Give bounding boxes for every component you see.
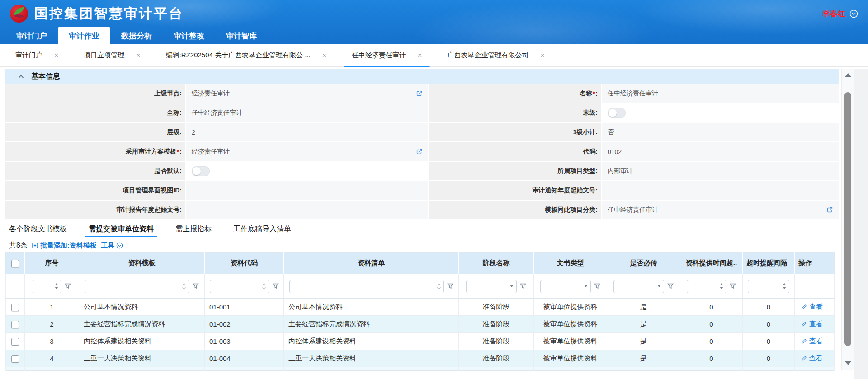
nav-item-audit-portal[interactable]: 审计门户	[5, 27, 58, 44]
partial-next-row	[6, 367, 835, 371]
col-header-seq: 序号	[25, 253, 79, 274]
field-code[interactable]: 0102	[602, 142, 839, 161]
code-filter-combobox[interactable]	[210, 280, 269, 293]
user-chevron-down-icon[interactable]	[849, 9, 858, 18]
cell-phase: 准备阶段	[459, 316, 534, 333]
overdue-filter-input[interactable]	[687, 280, 726, 293]
field-notice-doc-no[interactable]	[602, 181, 839, 200]
field-parent-node[interactable]: 经济责任审计	[186, 84, 428, 103]
scroll-up-arrow-icon[interactable]	[844, 73, 852, 77]
doc-tab-guangxi-company[interactable]: 广西农垦企业管理有限公司×	[434, 44, 557, 66]
filter-funnel-icon[interactable]	[594, 283, 600, 289]
close-icon[interactable]: ×	[54, 52, 58, 59]
field-name[interactable]: 任中经济责任审计	[602, 84, 839, 103]
col-header-code: 资料代码	[205, 253, 284, 274]
field-level1-subtotal[interactable]: 否	[602, 123, 839, 141]
row-checkbox[interactable]	[11, 338, 19, 346]
cell-code: 01-002	[205, 316, 284, 333]
nav-item-audit-work[interactable]: 审计作业	[58, 27, 110, 44]
cell-remind: 0	[743, 333, 795, 350]
cell-required: 是	[607, 333, 680, 350]
cell-overdue: 0	[680, 316, 743, 333]
template-filter-combobox[interactable]	[85, 280, 189, 293]
cell-phase: 准备阶段	[459, 333, 534, 350]
record-count: 共8条	[9, 241, 28, 250]
user-menu[interactable]: 李春红	[822, 9, 858, 19]
doc-tab-project-approval[interactable]: 项目立项管理×	[71, 44, 153, 66]
cell-required: 是	[607, 350, 680, 367]
field-project-type[interactable]: 内部审计	[602, 162, 839, 180]
doc-type-filter-select[interactable]	[540, 280, 591, 293]
edit-pencil-icon	[801, 304, 807, 310]
table-row: 2 主要经营指标完成情况资料 01-002 主要经营指标完成情况资料 准备阶段 …	[6, 316, 835, 333]
scrollbar-thumb[interactable]	[844, 92, 851, 346]
cell-required: 是	[607, 299, 680, 316]
filter-funnel-icon[interactable]	[193, 283, 199, 289]
view-link[interactable]: 查看	[809, 354, 823, 363]
field-pm-view-id[interactable]	[186, 181, 428, 200]
subtab-stage-doc-templates[interactable]: 各个阶段文书模板	[9, 219, 67, 239]
seq-filter-input[interactable]	[33, 280, 61, 293]
filter-funnel-icon[interactable]	[447, 283, 453, 289]
edit-pencil-icon	[801, 338, 807, 344]
is-default-toggle[interactable]	[192, 166, 210, 176]
app-window: 国控集团智慧审计平台 李春红 审计门户 审计作业 数据分析 审计整改 审计智库 …	[0, 0, 868, 379]
nav-item-audit-knowledge[interactable]: 审计智库	[215, 27, 268, 44]
list-filter-combobox[interactable]	[289, 280, 444, 293]
row-checkbox[interactable]	[11, 304, 19, 311]
filter-funnel-icon[interactable]	[667, 283, 674, 289]
cell-code: 01-003	[205, 333, 284, 350]
field-full-name[interactable]: 任中经济责任审计	[186, 103, 428, 122]
field-level[interactable]: 2	[186, 123, 428, 141]
cell-overdue: 0	[680, 333, 743, 350]
doc-tab-edit-rz202504[interactable]: 编辑:RZ202504 关于广西农垦企业管理有限公 ...×	[153, 44, 339, 66]
filter-funnel-icon[interactable]	[273, 283, 279, 289]
cell-phase: 准备阶段	[459, 299, 534, 316]
row-checkbox[interactable]	[11, 321, 19, 328]
doc-tab-audit-portal[interactable]: 审计门户×	[3, 44, 71, 66]
subtab-workpaper-import[interactable]: 工作底稿导入清单	[233, 219, 291, 239]
external-link-icon[interactable]	[826, 206, 833, 213]
remind-filter-input[interactable]	[748, 280, 789, 293]
close-icon[interactable]: ×	[136, 52, 140, 59]
field-template-category[interactable]: 任中经济责任审计	[602, 201, 839, 219]
scroll-down-arrow-icon[interactable]	[844, 361, 852, 365]
cell-remind: 0	[743, 350, 795, 367]
view-link[interactable]: 查看	[809, 303, 823, 311]
subtab-report-indicators[interactable]: 需上报指标	[175, 219, 212, 239]
field-audit-plan-template[interactable]: 经济责任审计	[186, 142, 428, 161]
subtab-auditee-materials[interactable]: 需提交被审单位资料	[89, 219, 154, 239]
tools-menu-button[interactable]: 工具	[101, 241, 123, 250]
external-link-icon[interactable]	[416, 90, 423, 97]
nav-item-audit-rectify[interactable]: 审计整改	[163, 27, 215, 44]
leaf-level-toggle[interactable]	[608, 108, 626, 118]
cell-required: 是	[607, 316, 680, 333]
view-link[interactable]: 查看	[809, 337, 823, 346]
close-icon[interactable]: ×	[322, 52, 326, 59]
required-filter-select[interactable]	[613, 280, 664, 293]
app-title: 国控集团智慧审计平台	[34, 5, 184, 23]
field-report-doc-no[interactable]	[186, 201, 428, 219]
field-label-is-default: 是否默认:	[5, 162, 185, 180]
filter-funnel-icon[interactable]	[520, 283, 526, 289]
main-content: 基本信息 上级节点: 经济责任审计 名称*: 任中经济责任审计 全称: 任中经济…	[5, 69, 839, 371]
filter-funnel-icon[interactable]	[730, 283, 736, 289]
nav-item-data-analysis[interactable]: 数据分析	[110, 27, 163, 44]
row-checkbox[interactable]	[11, 355, 19, 363]
doc-tab-incumbency-audit[interactable]: 任中经济责任审计×	[339, 44, 434, 66]
filter-funnel-icon[interactable]	[65, 283, 71, 289]
right-gutter	[854, 69, 868, 379]
batch-add-button[interactable]: 批量添加:资料模板	[32, 241, 97, 250]
close-icon[interactable]: ×	[540, 52, 544, 59]
plus-square-icon	[32, 242, 38, 249]
collapse-chevron-up-icon[interactable]	[18, 75, 24, 79]
external-link-icon[interactable]	[416, 148, 423, 155]
select-all-checkbox[interactable]	[11, 260, 19, 267]
vertical-scrollbar[interactable]	[841, 69, 854, 370]
view-link[interactable]: 查看	[809, 320, 823, 328]
close-icon[interactable]: ×	[418, 52, 422, 59]
cell-phase: 准备阶段	[459, 350, 534, 367]
basic-info-section-header[interactable]: 基本信息	[5, 69, 839, 84]
phase-filter-select[interactable]	[466, 280, 517, 293]
table-row: 3 内控体系建设相关资料 01-003 内控体系建设相关资料 准备阶段 被审单位…	[6, 333, 835, 350]
